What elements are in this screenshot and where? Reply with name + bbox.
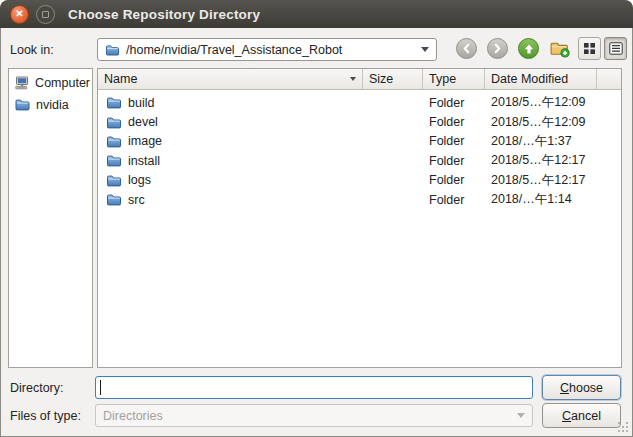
file-type: Folder (423, 154, 485, 168)
file-date-modified: 2018/5…午12:09 (485, 114, 597, 131)
forward-button[interactable] (487, 38, 508, 59)
folder-icon (105, 43, 120, 57)
file-date-modified: 2018/…午1:14 (485, 191, 597, 208)
directory-label: Directory: (10, 381, 63, 395)
chevron-down-icon (421, 47, 429, 52)
folder-icon (106, 173, 122, 188)
file-name: image (128, 134, 162, 148)
look-in-combobox[interactable]: /home/nvidia/Travel_Assistance_Robot (97, 38, 437, 61)
table-row[interactable]: logs Folder 2018/5…午12:17 (98, 171, 621, 190)
file-name: src (128, 193, 145, 207)
resize-grip[interactable] (618, 422, 630, 434)
icon-view-icon (583, 42, 596, 55)
column-header-filler (597, 69, 621, 89)
files-of-type-value: Directories (103, 409, 163, 423)
close-glyph: ✕ (15, 9, 23, 19)
sidebar-item-label: nvidia (36, 98, 69, 112)
folder-icon (106, 153, 122, 168)
detail-view-button[interactable] (604, 37, 627, 60)
list-header: Name Size Type Date Modified (98, 69, 621, 90)
computer-icon (14, 75, 30, 91)
sort-indicator-icon (350, 77, 356, 81)
file-date-modified: 2018/5…午12:17 (485, 152, 597, 169)
table-row[interactable]: image Folder 2018/…午1:37 (98, 132, 621, 151)
file-name: install (128, 154, 160, 168)
column-header-date-modified[interactable]: Date Modified (485, 69, 597, 89)
table-row[interactable]: devel Folder 2018/5…午12:09 (98, 112, 621, 131)
places-sidebar: Computer nvidia (8, 68, 93, 368)
back-icon (462, 43, 471, 54)
text-caret (100, 380, 101, 395)
files-of-type-label: Files of type: (10, 409, 81, 423)
folder-icon (106, 134, 122, 149)
sidebar-item-nvidia[interactable]: nvidia (9, 94, 92, 115)
sidebar-item-computer[interactable]: Computer (9, 72, 92, 94)
files-of-type-combobox: Directories (95, 404, 533, 427)
cancel-button[interactable]: Cancel (542, 403, 621, 428)
sidebar-item-label: Computer (35, 76, 90, 90)
icon-view-button[interactable] (578, 37, 601, 60)
create-new-folder-button[interactable] (547, 36, 573, 61)
file-date-modified: 2018/5…午12:09 (485, 94, 597, 111)
restore-icon[interactable] (36, 5, 55, 24)
table-row[interactable]: build Folder 2018/5…午12:09 (98, 93, 621, 112)
forward-icon (493, 43, 502, 54)
folder-icon (106, 95, 122, 110)
column-label: Name (104, 72, 137, 86)
file-name: build (128, 96, 154, 110)
file-type: Folder (423, 134, 485, 148)
table-row[interactable]: install Folder 2018/5…午12:17 (98, 151, 621, 170)
column-header-type[interactable]: Type (423, 69, 485, 89)
parent-directory-button[interactable] (518, 38, 539, 59)
look-in-label: Look in: (10, 43, 54, 57)
file-date-modified: 2018/…午1:37 (485, 133, 597, 150)
chevron-down-icon (517, 413, 525, 418)
file-list: Name Size Type Date Modified build Folde… (97, 68, 622, 368)
folder-icon (106, 115, 122, 130)
file-type: Folder (423, 193, 485, 207)
titlebar[interactable]: ✕ Choose Repository Directory (0, 0, 633, 28)
file-type: Folder (423, 173, 485, 187)
choose-repository-dialog: ✕ Choose Repository Directory Look in: /… (0, 0, 633, 437)
directory-input[interactable] (95, 376, 533, 399)
file-type: Folder (423, 115, 485, 129)
column-header-name[interactable]: Name (98, 69, 363, 89)
folder-icon (14, 97, 31, 112)
folder-icon (106, 192, 122, 207)
file-name: logs (128, 173, 151, 187)
up-icon (523, 43, 535, 55)
close-icon[interactable]: ✕ (10, 5, 29, 24)
window-title: Choose Repository Directory (68, 7, 260, 22)
choose-button[interactable]: Choose (542, 375, 621, 400)
column-header-size[interactable]: Size (363, 69, 423, 89)
current-path: /home/nvidia/Travel_Assistance_Robot (126, 43, 415, 57)
new-folder-icon (549, 39, 571, 58)
detail-view-icon (609, 42, 623, 55)
file-type: Folder (423, 96, 485, 110)
file-name: devel (128, 115, 158, 129)
table-row[interactable]: src Folder 2018/…午1:14 (98, 190, 621, 209)
back-button[interactable] (456, 38, 477, 59)
file-rows: build Folder 2018/5…午12:09 devel Folder … (98, 90, 621, 367)
file-date-modified: 2018/5…午12:17 (485, 172, 597, 189)
